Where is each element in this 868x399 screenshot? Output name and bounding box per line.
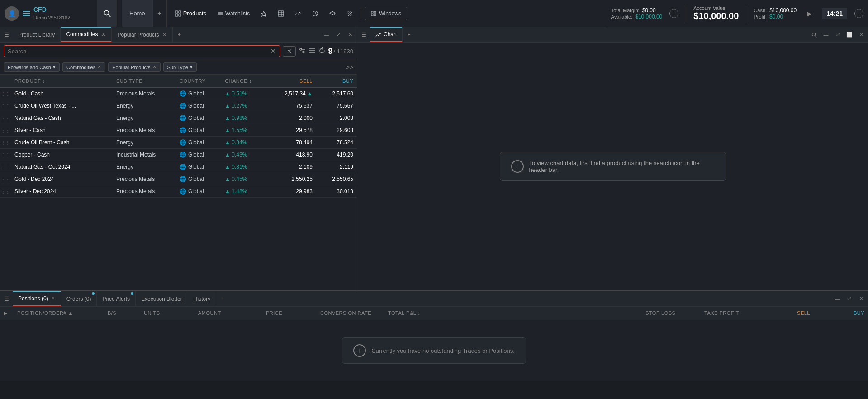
add-chart-tab-button[interactable]: + [403, 27, 415, 43]
divider-1 [686, 5, 686, 23]
drag-handle: ⋮⋮ [0, 150, 11, 160]
search-input[interactable] [8, 48, 270, 55]
svg-line-1 [108, 14, 110, 17]
tab-history[interactable]: History [188, 291, 216, 306]
col-buy: BUY [814, 309, 868, 318]
product-sell: 29.983 [275, 185, 316, 197]
product-name: Silver - Dec 2024 [11, 185, 113, 197]
tab-orders[interactable]: Orders (0) [61, 291, 97, 306]
close-chart-button[interactable]: ✕ [856, 30, 866, 40]
expand-button[interactable]: ▶ [804, 0, 815, 27]
education-nav-button[interactable] [325, 7, 340, 20]
right-panel: ☰ Chart + — ⤢ ⬜ ✕ [357, 27, 868, 290]
product-sell: 418.90 [275, 149, 316, 161]
search-clear-button[interactable]: ✕ [270, 48, 276, 55]
filter-commodities[interactable]: Commodities ✕ [62, 62, 105, 72]
list-view-button[interactable] [308, 47, 316, 56]
close-panel-button[interactable]: ✕ [345, 30, 355, 40]
table-row[interactable]: ⋮⋮ Silver - Cash Precious Metals 🌐 Globa… [0, 124, 357, 137]
maximize-bottom-button[interactable]: ⤢ [844, 294, 854, 304]
tab-popular-products-close[interactable]: ✕ [162, 32, 167, 38]
popout-chart-button[interactable]: ⬜ [844, 30, 854, 40]
windows-icon [371, 11, 376, 16]
filter-sub-type-label: Sub Type [167, 65, 188, 70]
drag-handle: ⋮⋮ [0, 162, 11, 172]
filter-commodities-close[interactable]: ✕ [97, 64, 101, 70]
filter-popular-products[interactable]: Popular Products ✕ [108, 62, 160, 72]
product-sell: 2.000 [275, 112, 316, 124]
filter-popular-products-close[interactable]: ✕ [152, 64, 157, 70]
minimize-panel-button[interactable]: — [322, 30, 332, 40]
close-bottom-button[interactable]: ✕ [856, 294, 866, 304]
svg-rect-21 [371, 14, 373, 16]
tab-popular-products[interactable]: Popular Products ✕ [112, 27, 173, 42]
svg-rect-19 [371, 11, 373, 13]
product-buy: 75.667 [316, 100, 357, 112]
add-bottom-tab-button[interactable]: + [216, 291, 229, 307]
table-row[interactable]: ⋮⋮ Natural Gas - Cash Energy 🌐 Global ▲ … [0, 112, 357, 124]
more-filters-button[interactable]: >> [346, 64, 353, 71]
bottom-panel-menu[interactable]: ☰ [0, 291, 13, 307]
table-row[interactable]: ⋮⋮ Crude Oil Brent - Cash Energy 🌐 Globa… [0, 137, 357, 149]
minimize-bottom-button[interactable]: — [833, 294, 843, 304]
tab-price-alerts[interactable]: Price Alerts [97, 291, 136, 306]
table-row[interactable]: ⋮⋮ Copper - Cash Industrial Metals 🌐 Glo… [0, 149, 357, 161]
avatar[interactable]: 👤 [5, 6, 19, 21]
table-row[interactable]: ⋮⋮ Gold - Cash Precious Metals 🌐 Global … [0, 88, 357, 100]
tab-positions-close[interactable]: ✕ [51, 295, 55, 301]
maximize-panel-button[interactable]: ⤢ [333, 30, 343, 40]
positions-table-header: ▶ POSITION/ORDER# ▲ B/S UNITS AMOUNT PRI… [0, 307, 868, 320]
info-icon-2[interactable]: i [854, 9, 863, 18]
tab-commodities-close[interactable]: ✕ [101, 31, 106, 38]
col-change[interactable]: CHANGE ↕ [221, 76, 275, 86]
chart-search-button[interactable] [809, 30, 819, 40]
product-sell: 29.578 [275, 124, 316, 136]
table-row[interactable]: ⋮⋮ Gold - Dec 2024 Precious Metals 🌐 Glo… [0, 173, 357, 185]
grid-nav-button[interactable] [273, 7, 289, 20]
tab-commodities[interactable]: Commodities ✕ [61, 27, 112, 42]
table-row[interactable]: ⋮⋮ Silver - Dec 2024 Precious Metals 🌐 G… [0, 185, 357, 198]
filter-forwards-cash-label: Forwards and Cash [8, 65, 51, 70]
product-change: ▲ 0.27% [221, 100, 275, 112]
search-cancel-button[interactable]: ✕ [283, 46, 296, 57]
settings-nav-button[interactable] [342, 7, 357, 20]
tab-positions[interactable]: Positions (0) ✕ [13, 291, 61, 306]
maximize-chart-button[interactable]: ⤢ [833, 30, 843, 40]
tab-popular-products-label: Popular Products [117, 32, 159, 38]
col-product[interactable]: PRODUCT ↕ [11, 76, 113, 86]
filter-commodities-label: Commodities [66, 65, 95, 70]
search-input-wrap[interactable]: ✕ [4, 45, 280, 57]
global-search-button[interactable] [97, 0, 117, 27]
tab-execution-blotter[interactable]: Execution Blotter [136, 291, 188, 306]
product-subtype: Energy [113, 112, 176, 124]
home-tab[interactable]: Home [122, 0, 153, 27]
panel-menu-button[interactable]: ☰ [0, 27, 13, 43]
products-nav-button[interactable]: Products [171, 7, 211, 20]
clock-nav-button[interactable] [308, 7, 323, 20]
bottom-panel: ☰ Positions (0) ✕ Orders (0) Price Alert… [0, 290, 868, 381]
watchlists-nav-button[interactable]: Watchlists [213, 7, 254, 20]
add-tab-button[interactable]: + [173, 27, 185, 43]
tab-chart[interactable]: Chart [370, 27, 403, 42]
pin-nav-button[interactable] [256, 7, 271, 20]
product-name: Gold - Dec 2024 [11, 173, 113, 185]
minimize-chart-button[interactable]: — [821, 30, 831, 40]
chart-panel-menu[interactable]: ☰ [357, 27, 370, 43]
table-row[interactable]: ⋮⋮ Crude Oil West Texas - ... Energy 🌐 G… [0, 100, 357, 112]
refresh-button[interactable] [318, 47, 326, 56]
tab-product-library[interactable]: Product Library [13, 27, 61, 42]
tab-orders-label: Orders (0) [66, 296, 91, 302]
info-icon-1[interactable]: i [669, 9, 678, 18]
main-toolbar: Products Watchlists [167, 0, 607, 27]
svg-point-26 [303, 51, 304, 53]
cash-profit-area: Cash: $10,000.00 Profit: $0.00 [754, 7, 797, 20]
table-row[interactable]: ⋮⋮ Natural Gas - Oct 2024 Energy 🌐 Globa… [0, 161, 357, 173]
chart-nav-button[interactable] [290, 7, 306, 20]
windows-button[interactable]: Windows [365, 7, 407, 20]
filter-sub-type[interactable]: Sub Type ▾ [163, 62, 197, 72]
filter-options-button[interactable] [299, 47, 306, 56]
new-tab-button[interactable]: + [153, 0, 166, 27]
filter-forwards-cash[interactable]: Forwards and Cash ▾ [4, 62, 60, 72]
left-panel: ☰ Product Library Commodities ✕ Popular … [0, 27, 357, 290]
globe-icon: 🌐 [180, 139, 186, 146]
